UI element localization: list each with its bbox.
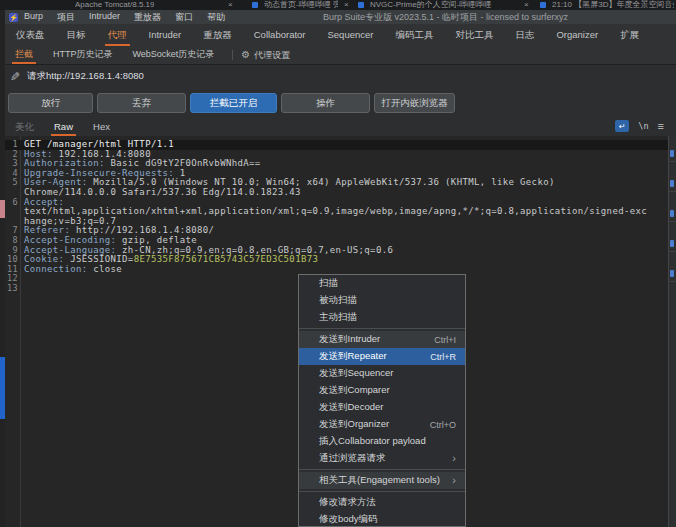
tab-target[interactable]: 目标	[56, 24, 97, 46]
menu-item-insert-collaborator-payload[interactable]: 插入Collaborator payload	[299, 433, 465, 450]
line-number	[5, 207, 18, 217]
open-browser-button[interactable]: 打开内嵌浏览器	[374, 93, 455, 113]
request-text: 1 GET /manager/html HTTP/1.1 2 Host: 192…	[5, 140, 676, 294]
menu-item-engagement-tools[interactable]: 相关工具(Engagement tools) ›	[299, 472, 465, 489]
bilibili-favicon	[358, 2, 364, 8]
burp-logo-icon: ⚡	[9, 13, 18, 22]
editor-menu-icon[interactable]: ≡	[658, 120, 664, 132]
browser-tab-title[interactable]: NVGC-Prime的个人空间-哔哩哔哩	[370, 0, 518, 10]
menu-item-passive-scan[interactable]: 被动扫描	[299, 292, 465, 309]
browser-tab-title[interactable]: Apache Tomcat/8.5.19	[75, 0, 154, 10]
menu-item-change-request-method[interactable]: 修改请求方法	[299, 494, 465, 511]
proxy-settings-label: 代理设置	[254, 49, 290, 62]
browser-tab-title[interactable]: 21:10 【黑屏3D】年度全景空间音效	[552, 0, 674, 10]
submenu-arrow-icon: ›	[452, 472, 456, 489]
menu-item-send-to-sequencer[interactable]: 发送到Sequencer	[299, 365, 465, 382]
tab-organizer[interactable]: Organizer	[545, 24, 609, 46]
intercept-button-row: 放行丢弃拦截已开启操作打开内嵌浏览器	[5, 88, 676, 118]
menu-item-send-to-intruder[interactable]: 发送到Intruder Ctrl+I	[299, 331, 465, 348]
menu-burp[interactable]: Burp	[24, 11, 43, 24]
context-menu: 扫描 被动扫描 主动扫描 发送到Intruder	[298, 274, 466, 527]
proxy-sub-tabs: 拦截HTTP历史记录WebSocket历史记录	[5, 46, 224, 64]
menubar-items: Burp项目Intruder重放器窗口帮助	[24, 11, 239, 24]
shortcut-label: Ctrl+I	[434, 335, 456, 345]
menu-item-change-body-encoding[interactable]: 修改body编码	[299, 511, 465, 527]
show-newlines-toggle-icon[interactable]: \n	[638, 121, 648, 131]
request-line-wrap[interactable]: Chrome/114.0.0.0 Safari/537.36 Edg/114.0…	[5, 188, 676, 198]
background-browser-tabstrip: Apache Tomcat/8.5.19× 动态首页-哔哩哔哩 弹幕视频网× N…	[0, 0, 676, 10]
browser-tab-title[interactable]: 动态首页-哔哩哔哩 弹幕视频网	[264, 0, 338, 10]
tab-dashboard[interactable]: 仪表盘	[5, 24, 56, 46]
line-number: 5	[5, 178, 18, 188]
editor-tab-raw[interactable]: Raw	[44, 118, 83, 136]
intercepted-request-url: 请求http://192.168.1.4:8080	[27, 70, 144, 83]
tab-comparer[interactable]: 对比工具	[444, 24, 504, 46]
menu-item-active-scan[interactable]: 主动扫描	[299, 309, 465, 326]
tab-close-icon[interactable]: ×	[228, 0, 233, 10]
menu-project[interactable]: 项目	[57, 11, 75, 24]
menubar: ⚡ Burp项目Intruder重放器窗口帮助 Burp Suite专业版 v2…	[5, 10, 676, 24]
editor-tab-hex[interactable]: Hex	[83, 118, 120, 136]
tab-extensions[interactable]: 扩展	[609, 24, 650, 46]
subtab-proxy-settings[interactable]: ⚙ 代理设置	[241, 49, 290, 62]
bilibili-favicon	[252, 2, 258, 8]
bilibili-favicon	[540, 2, 546, 8]
tab-decoder[interactable]: 编码工具	[384, 24, 444, 46]
tab-close-icon[interactable]: ×	[344, 0, 349, 10]
subtab-websocket-history[interactable]: WebSocket历史记录	[123, 46, 225, 64]
drop-button[interactable]: 丢弃	[97, 93, 186, 113]
menu-item-send-to-comparer[interactable]: 发送到Comparer	[299, 382, 465, 399]
editor-toolbar-icons: ↵ \n ≡	[615, 120, 664, 132]
tab-close-icon[interactable]: ×	[524, 0, 529, 10]
screen: Apache Tomcat/8.5.19× 动态首页-哔哩哔哩 弹幕视频网× N…	[0, 0, 676, 527]
line-number: 13	[5, 284, 18, 294]
soft-wrap-toggle-icon[interactable]: ↵	[615, 120, 629, 132]
window-title: Burp Suite专业版 v2023.5.1 - 临时项目 - license…	[323, 10, 568, 24]
tab-sequencer[interactable]: Sequencer	[317, 24, 385, 46]
menu-help[interactable]: 帮助	[207, 11, 225, 24]
tab-logger[interactable]: 日志	[504, 24, 545, 46]
menu-item-send-to-decoder[interactable]: 发送到Decoder	[299, 399, 465, 416]
line-number: 6	[5, 198, 18, 208]
forward-button[interactable]: 放行	[8, 93, 93, 113]
menu-item-send-to-organizer[interactable]: 发送到Organizer Ctrl+O	[299, 416, 465, 433]
tab-repeater[interactable]: 重放器	[192, 24, 243, 46]
editor-tab-pretty[interactable]: 美化	[5, 118, 44, 136]
subtab-http-history[interactable]: HTTP历史记录	[43, 46, 123, 64]
subtab-divider	[232, 50, 233, 60]
shortcut-label: Ctrl+O	[430, 420, 456, 430]
tab-intruder[interactable]: Intruder	[138, 24, 193, 46]
editor-tabs: 美化RawHex	[5, 118, 120, 136]
message-editor-tab-bar: 美化RawHex ↵ \n ≡	[5, 118, 676, 136]
shortcut-label: Ctrl+R	[430, 352, 456, 362]
submenu-arrow-icon: ›	[452, 450, 456, 467]
tab-proxy[interactable]: 代理	[97, 24, 138, 46]
proxy-sub-tab-bar: 拦截HTTP历史记录WebSocket历史记录 ⚙ 代理设置	[5, 46, 676, 64]
intercepted-request-header: ✎ 请求http://192.168.1.4:8080	[5, 65, 676, 88]
menu-item-send-to-repeater[interactable]: 发送到Repeater Ctrl+R	[299, 348, 465, 365]
inspector-collapsed-strip[interactable]	[668, 136, 676, 527]
burp-window: ⚡ Burp项目Intruder重放器窗口帮助 Burp Suite专业版 v2…	[5, 10, 676, 527]
menu-item-scan[interactable]: 扫描	[299, 275, 465, 292]
request-line[interactable]: 11 Connection: close	[5, 265, 676, 275]
action-button[interactable]: 操作	[281, 93, 370, 113]
menu-intruder[interactable]: Intruder	[89, 11, 120, 24]
intercept-toggle-button[interactable]: 拦截已开启	[190, 93, 277, 113]
gear-icon: ⚙	[241, 50, 250, 60]
subtab-intercept[interactable]: 拦截	[5, 46, 43, 64]
main-tab-bar: 仪表盘目标代理Intruder重放器CollaboratorSequencer编…	[5, 24, 676, 47]
menu-repeater[interactable]: 重放器	[134, 11, 161, 24]
pencil-icon: ✎	[10, 70, 20, 84]
menu-window[interactable]: 窗口	[175, 11, 193, 24]
tab-collaborator[interactable]: Collaborator	[243, 24, 317, 46]
menu-item-request-in-browser[interactable]: 通过浏览器请求 ›	[299, 450, 465, 467]
